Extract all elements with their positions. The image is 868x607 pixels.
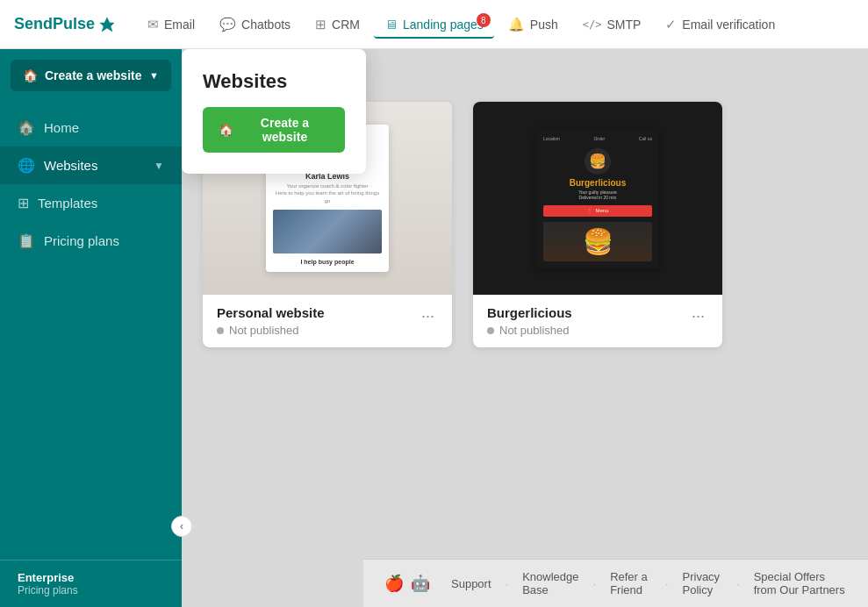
landing-pages-badge: 8 bbox=[477, 13, 491, 27]
nav-item-landing-pages[interactable]: 🖥 Landing pages 8 bbox=[374, 10, 494, 39]
home-icon: 🏠 bbox=[18, 119, 35, 136]
burger-header-left: Location bbox=[543, 136, 560, 141]
sidebar: 🏠 Create a website ▼ 🏠 Home 🌐 Websites ▼… bbox=[0, 49, 182, 607]
website-card-burgerlicious[interactable]: Location Order Call us 🍔 Burgerlicious Y… bbox=[473, 102, 722, 347]
nav-label-email-verification: Email verification bbox=[682, 18, 775, 32]
burger-header-right: Call us bbox=[639, 136, 652, 141]
sidebar-label-templates: Templates bbox=[38, 196, 97, 211]
nav-item-email[interactable]: ✉ Email bbox=[137, 10, 205, 39]
create-website-dropdown: Websites 🏠 Create a website bbox=[182, 49, 366, 174]
pricing-plans-label: Pricing plans bbox=[18, 584, 164, 596]
burger-menu-label: Menu bbox=[595, 208, 608, 213]
brand-icon bbox=[98, 16, 116, 33]
nav-label-crm: CRM bbox=[332, 18, 360, 32]
apple-icon[interactable]: 🍎 bbox=[384, 574, 404, 593]
card-more-button-burgerlicious[interactable]: ··· bbox=[688, 305, 708, 327]
collapse-icon: ‹ bbox=[180, 520, 183, 532]
footer-refer-friend-link[interactable]: Refer a Friend bbox=[610, 570, 651, 596]
main-content: Websites 🏠 Create a website bbox=[182, 49, 868, 607]
chatbots-icon: 💬 bbox=[219, 17, 236, 32]
burger-header-row: Location Order Call us bbox=[543, 136, 652, 141]
burger-header-mid: Order bbox=[593, 136, 605, 141]
websites-icon: 🌐 bbox=[18, 157, 35, 174]
smtp-icon: </> bbox=[583, 18, 602, 31]
footer-app-icons: 🍎 🤖 bbox=[384, 574, 430, 593]
crm-icon: ⊞ bbox=[315, 17, 326, 32]
personal-desc-text: Your organize coach & color fighterHere … bbox=[273, 182, 382, 204]
footer-special-offers-link[interactable]: Special Offers from Our Partners bbox=[754, 570, 847, 596]
nav-label-push: Push bbox=[530, 18, 558, 32]
dropdown-home-icon: 🏠 bbox=[219, 123, 233, 137]
android-icon[interactable]: 🤖 bbox=[411, 574, 430, 593]
burger-brand-text: Burgerlicious bbox=[543, 178, 652, 188]
nav-items: ✉ Email 💬 Chatbots ⊞ CRM 🖥 Landing pages… bbox=[137, 10, 854, 39]
chevron-down-icon: ▼ bbox=[149, 70, 159, 81]
top-navigation: SendPulse ✉ Email 💬 Chatbots ⊞ CRM 🖥 Lan… bbox=[0, 0, 868, 49]
personal-tagline-text: I help busy people bbox=[273, 259, 382, 265]
dropdown-create-label: Create a website bbox=[240, 116, 329, 144]
nav-label-landing-pages: Landing pages bbox=[403, 18, 484, 32]
card-status-personal: Not published bbox=[217, 324, 325, 337]
brand-name: SendPulse bbox=[14, 15, 95, 33]
footer: 🍎 🤖 Support · Knowledge Base · Refer a F… bbox=[363, 559, 868, 607]
templates-icon: ⊞ bbox=[18, 195, 29, 211]
sidebar-item-websites[interactable]: 🌐 Websites ▼ bbox=[0, 146, 182, 184]
chevron-icon: ▼ bbox=[154, 160, 164, 172]
nav-item-chatbots[interactable]: 💬 Chatbots bbox=[209, 10, 301, 39]
card-title-personal: Personal website bbox=[217, 305, 325, 320]
create-website-button[interactable]: 🏠 Create a website ▼ bbox=[11, 60, 171, 91]
nav-label-email: Email bbox=[164, 18, 195, 32]
nav-item-push[interactable]: 🔔 Push bbox=[498, 10, 569, 39]
main-layout: 🏠 Create a website ▼ 🏠 Home 🌐 Websites ▼… bbox=[0, 49, 868, 607]
footer-knowledge-base-link[interactable]: Knowledge Base bbox=[522, 570, 578, 596]
card-info-burgerlicious: Burgerlicious Not published ··· bbox=[473, 295, 722, 347]
dropdown-create-button[interactable]: 🏠 Create a website bbox=[203, 107, 345, 153]
burger-food-image: 🍔 bbox=[543, 222, 652, 261]
nav-item-smtp[interactable]: </> SMTP bbox=[572, 11, 652, 39]
card-preview-burgerlicious: Location Order Call us 🍔 Burgerlicious Y… bbox=[473, 102, 722, 295]
status-dot-burgerlicious bbox=[487, 327, 494, 334]
sidebar-label-websites: Websites bbox=[44, 158, 97, 173]
burger-pin-icon: 📍 bbox=[586, 208, 592, 214]
burger-food-emoji: 🍔 bbox=[583, 227, 613, 256]
card-title-burgerlicious: Burgerlicious bbox=[487, 305, 572, 320]
sidebar-label-home: Home bbox=[44, 120, 79, 135]
card-status-burgerlicious: Not published bbox=[487, 324, 572, 337]
email-verification-icon: ✓ bbox=[665, 17, 677, 32]
card-status-text-personal: Not published bbox=[229, 324, 299, 337]
create-website-label: Create a website bbox=[45, 68, 142, 82]
card-info-personal: Personal website Not published ··· bbox=[203, 295, 452, 347]
dropdown-title: Websites bbox=[203, 70, 345, 93]
sidebar-bottom: Enterprise Pricing plans bbox=[0, 560, 182, 607]
footer-support-link[interactable]: Support bbox=[451, 577, 491, 590]
brand-logo[interactable]: SendPulse bbox=[14, 15, 116, 33]
card-more-button-personal[interactable]: ··· bbox=[418, 305, 438, 327]
enterprise-label: Enterprise bbox=[18, 571, 164, 584]
email-icon: ✉ bbox=[147, 17, 159, 32]
sidebar-item-home[interactable]: 🏠 Home bbox=[0, 109, 182, 146]
landing-pages-icon: 🖥 bbox=[384, 17, 398, 32]
card-status-text-burgerlicious: Not published bbox=[499, 324, 570, 337]
sidebar-item-pricing-plans[interactable]: 📋 Pricing plans bbox=[0, 222, 182, 260]
nav-item-crm[interactable]: ⊞ CRM bbox=[305, 10, 370, 39]
burger-logo-icon: 🍔 bbox=[585, 148, 611, 175]
sidebar-nav: 🏠 Home 🌐 Websites ▼ ⊞ Templates 📋 Pricin… bbox=[0, 102, 182, 560]
nav-label-smtp: SMTP bbox=[606, 18, 641, 32]
burger-preview-illustration: Location Order Call us 🍔 Burgerlicious Y… bbox=[536, 129, 659, 268]
pricing-icon: 📋 bbox=[18, 232, 35, 249]
sidebar-item-templates[interactable]: ⊞ Templates bbox=[0, 184, 182, 222]
sidebar-label-pricing: Pricing plans bbox=[44, 233, 119, 248]
personal-illustration-img bbox=[273, 210, 382, 254]
card-details-personal: Personal website Not published bbox=[217, 305, 325, 337]
burger-tagline-text: Your guilty pleasureDelivered in 20 min bbox=[543, 189, 652, 200]
footer-privacy-policy-link[interactable]: Privacy Policy bbox=[683, 570, 723, 596]
push-icon: 🔔 bbox=[508, 17, 525, 32]
nav-item-email-verification[interactable]: ✓ Email verification bbox=[655, 10, 786, 39]
home-icon-btn: 🏠 bbox=[23, 68, 38, 82]
burger-menu-button: 📍 Menu bbox=[543, 205, 652, 217]
sidebar-collapse-button[interactable]: ‹ bbox=[171, 516, 192, 537]
status-dot-personal bbox=[217, 327, 224, 334]
card-details-burgerlicious: Burgerlicious Not published bbox=[487, 305, 572, 337]
nav-label-chatbots: Chatbots bbox=[241, 18, 291, 32]
